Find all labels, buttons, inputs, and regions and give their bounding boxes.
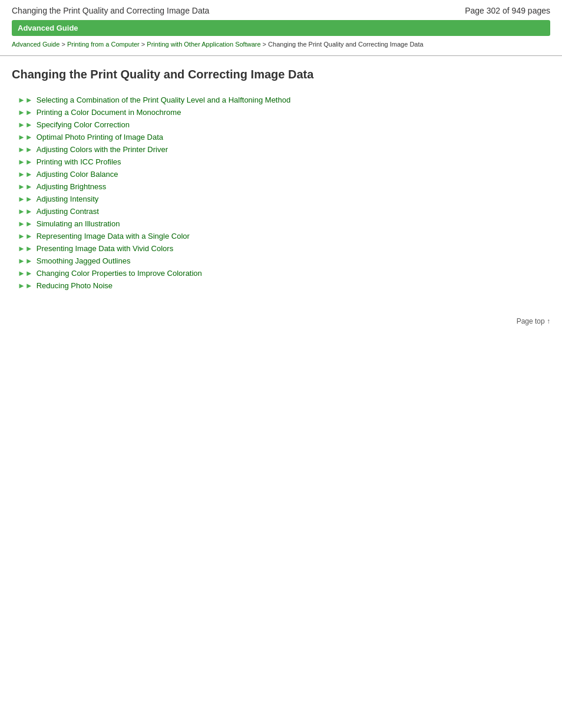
arrow-icon: ►►: [18, 145, 33, 154]
arrow-icon: ►►: [18, 207, 33, 216]
breadcrumb: Advanced Guide > Printing from a Compute…: [0, 36, 562, 56]
topic-link-list: ►►Selecting a Combination of the Print Q…: [18, 95, 550, 290]
breadcrumb-link-advanced-guide[interactable]: Advanced Guide: [12, 41, 59, 48]
list-item: ►►Representing Image Data with a Single …: [18, 232, 550, 241]
list-item: ►►Adjusting Color Balance: [18, 170, 550, 179]
page-header-title: Changing the Print Quality and Correctin…: [12, 6, 209, 15]
arrow-icon: ►►: [18, 232, 33, 241]
topic-link-12[interactable]: Presenting Image Data with Vivid Colors: [37, 244, 173, 253]
arrow-icon: ►►: [18, 95, 33, 104]
advanced-guide-label: Advanced Guide: [18, 24, 78, 32]
arrow-icon: ►►: [18, 281, 33, 290]
arrow-icon: ►►: [18, 244, 33, 253]
page-header: Changing the Print Quality and Correctin…: [0, 0, 562, 20]
topic-link-2[interactable]: Specifying Color Correction: [37, 120, 130, 129]
topic-link-13[interactable]: Smoothing Jagged Outlines: [37, 256, 131, 265]
topic-link-7[interactable]: Adjusting Brightness: [37, 182, 107, 191]
page-top-section: Page top ↑: [0, 305, 562, 325]
list-item: ►►Printing with ICC Profiles: [18, 157, 550, 166]
arrow-icon: ►►: [18, 219, 33, 228]
topic-link-9[interactable]: Adjusting Contrast: [37, 207, 99, 216]
list-item: ►►Adjusting Brightness: [18, 182, 550, 191]
topic-link-10[interactable]: Simulating an Illustration: [37, 219, 120, 228]
topic-link-15[interactable]: Reducing Photo Noise: [37, 281, 113, 290]
topic-link-6[interactable]: Adjusting Color Balance: [37, 170, 118, 179]
list-item: ►►Reducing Photo Noise: [18, 281, 550, 290]
topic-link-4[interactable]: Adjusting Colors with the Printer Driver: [37, 145, 168, 154]
arrow-icon: ►►: [18, 256, 33, 265]
list-item: ►►Changing Color Properties to Improve C…: [18, 269, 550, 278]
list-item: ►►Selecting a Combination of the Print Q…: [18, 95, 550, 104]
list-item: ►►Presenting Image Data with Vivid Color…: [18, 244, 550, 253]
list-item: ►►Specifying Color Correction: [18, 120, 550, 129]
list-item: ►►Simulating an Illustration: [18, 219, 550, 228]
topic-link-1[interactable]: Printing a Color Document in Monochrome: [37, 108, 181, 117]
breadcrumb-link-printing-software[interactable]: Printing with Other Application Software: [147, 41, 260, 48]
breadcrumb-link-printing-computer[interactable]: Printing from a Computer: [67, 41, 140, 48]
main-title: Changing the Print Quality and Correctin…: [12, 68, 550, 84]
arrow-icon: ►►: [18, 195, 33, 203]
list-item: ►►Adjusting Colors with the Printer Driv…: [18, 145, 550, 154]
topic-link-3[interactable]: Optimal Photo Printing of Image Data: [37, 133, 163, 141]
advanced-guide-bar: Advanced Guide: [12, 20, 550, 36]
topic-link-0[interactable]: Selecting a Combination of the Print Qua…: [37, 95, 290, 104]
arrow-icon: ►►: [18, 133, 33, 141]
list-item: ►►Printing a Color Document in Monochrom…: [18, 108, 550, 117]
arrow-icon: ►►: [18, 182, 33, 191]
list-item: ►►Adjusting Contrast: [18, 207, 550, 216]
arrow-icon: ►►: [18, 170, 33, 179]
page-pagination: Page 302 of 949 pages: [465, 6, 550, 15]
topic-link-8[interactable]: Adjusting Intensity: [37, 195, 99, 203]
topic-link-14[interactable]: Changing Color Properties to Improve Col…: [37, 269, 202, 278]
list-item: ►►Smoothing Jagged Outlines: [18, 256, 550, 265]
main-content: Changing the Print Quality and Correctin…: [0, 56, 562, 305]
topic-link-11[interactable]: Representing Image Data with a Single Co…: [37, 232, 190, 241]
arrow-icon: ►►: [18, 269, 33, 278]
topic-link-5[interactable]: Printing with ICC Profiles: [37, 157, 121, 166]
page-top-link[interactable]: Page top ↑: [517, 317, 550, 325]
list-item: ►►Adjusting Intensity: [18, 195, 550, 203]
arrow-icon: ►►: [18, 108, 33, 117]
arrow-icon: ►►: [18, 157, 33, 166]
arrow-icon: ►►: [18, 120, 33, 129]
list-item: ►►Optimal Photo Printing of Image Data: [18, 133, 550, 141]
